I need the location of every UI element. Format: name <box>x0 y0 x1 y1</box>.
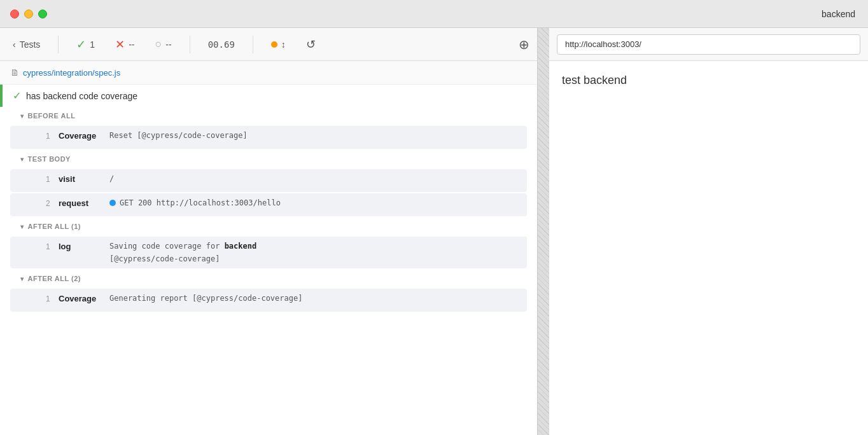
minimize-button[interactable] <box>24 10 33 18</box>
toolbar-right: ⊕ <box>519 37 529 52</box>
time-display: 00.69 <box>203 39 240 50</box>
cmd-detail-coverage-2: Generating report [@cypress/code-coverag… <box>109 294 302 303</box>
status-indicator: ↕ <box>266 37 291 52</box>
right-panel: http://localhost:3003/ test backend <box>549 28 868 435</box>
file-icon: 🗎 <box>10 67 19 78</box>
spec-file-link[interactable]: cypress/integration/spec.js <box>23 68 120 78</box>
reload-button[interactable]: ↺ <box>301 35 321 54</box>
command-row-body-1: 1 visit / <box>10 169 527 192</box>
after-all-2-label: AFTER ALL (2) <box>28 275 81 282</box>
after-all-1-header[interactable]: ▾ AFTER ALL (1) <box>0 218 537 235</box>
url-display: http://localhost:3003/ <box>565 39 641 49</box>
pending-count: -- <box>165 39 171 50</box>
spec-breadcrumb: 🗎 cypress/integration/spec.js <box>0 61 537 85</box>
arrow-down-icon: ▾ <box>20 113 24 120</box>
cmd-name-coverage-2: Coverage <box>59 294 109 303</box>
cmd-num: 1 <box>46 131 59 141</box>
status-dot <box>271 41 277 48</box>
main-container: ‹ Tests ✓ 1 ✕ -- ○ -- 00.69 ↕ ↺ <box>0 28 868 435</box>
fail-count-button[interactable]: ✕ -- <box>110 35 139 54</box>
close-button[interactable] <box>10 10 19 18</box>
scrollbar-divider <box>538 28 549 435</box>
command-row-before-1: 1 Coverage Reset [@cypress/code-coverage… <box>10 126 527 149</box>
pass-count: 1 <box>90 39 95 50</box>
command-row-after1-1: 1 log Saving code coverage for backend [… <box>10 237 527 268</box>
arrow-down-icon-3: ▾ <box>20 223 24 230</box>
cmd-detail-request: GET 200 http://localhost:3003/hello <box>109 198 281 207</box>
separator-3 <box>253 36 253 53</box>
before-all-header[interactable]: ▾ BEFORE ALL <box>0 107 537 125</box>
separator-2 <box>190 36 190 53</box>
test-body-label: TEST BODY <box>28 155 71 163</box>
after-all-2-header[interactable]: ▾ AFTER ALL (2) <box>0 270 537 287</box>
address-bar-container: http://localhost:3003/ <box>549 28 868 61</box>
pending-count-button[interactable]: ○ -- <box>150 35 176 53</box>
tests-back-button[interactable]: ‹ Tests <box>8 37 45 52</box>
pass-count-button[interactable]: ✓ 1 <box>71 35 100 54</box>
separator-1 <box>58 36 59 53</box>
suite-title: has backend code coverage <box>26 91 137 101</box>
command-row-after2-1: 1 Coverage Generating report [@cypress/c… <box>10 289 527 312</box>
cmd-num-a2: 1 <box>46 294 59 303</box>
after-all-1-label: AFTER ALL (1) <box>28 223 81 230</box>
cmd-name-log: log <box>59 242 109 251</box>
cmd-detail-log: Saving code coverage for backend [@cypre… <box>109 242 256 263</box>
cmd-num-a1: 1 <box>46 242 59 251</box>
test-content: ✓ has backend code coverage ▾ BEFORE ALL… <box>0 85 537 435</box>
cmd-name-visit: visit <box>59 174 109 184</box>
arrow-down-icon-2: ▾ <box>20 156 24 163</box>
test-body-header[interactable]: ▾ TEST BODY <box>0 150 537 168</box>
command-row-body-2: 2 request GET 200 http://localhost:3003/… <box>10 193 527 216</box>
left-panel: ‹ Tests ✓ 1 ✕ -- ○ -- 00.69 ↕ ↺ <box>0 28 538 435</box>
circle-icon: ○ <box>155 38 162 51</box>
suite-row-container: ✓ has backend code coverage <box>0 85 537 107</box>
toolbar: ‹ Tests ✓ 1 ✕ -- ○ -- 00.69 ↕ ↺ <box>0 28 537 61</box>
cmd-detail-visit: / <box>109 174 114 183</box>
chevron-left-icon: ‹ <box>13 39 16 50</box>
check-icon: ✓ <box>76 38 86 52</box>
cross-icon: ✕ <box>115 38 125 52</box>
fullscreen-button[interactable] <box>38 10 47 18</box>
cmd-num-2: 2 <box>46 198 59 208</box>
before-all-label: BEFORE ALL <box>28 112 76 120</box>
preview-area: test backend <box>549 61 868 435</box>
address-bar[interactable]: http://localhost:3003/ <box>557 34 860 55</box>
target-icon[interactable]: ⊕ <box>519 37 529 52</box>
log-line-2: [@cypress/code-coverage] <box>109 254 220 263</box>
cmd-name-request: request <box>59 198 109 208</box>
arrow-down-icon-4: ▾ <box>20 275 24 282</box>
preview-title: test backend <box>562 74 627 87</box>
window-title: backend <box>822 9 855 19</box>
suite-check-icon: ✓ <box>13 90 21 102</box>
arrow-icon: ↕ <box>281 39 286 50</box>
cmd-name: Coverage <box>59 131 109 141</box>
traffic-lights <box>10 10 47 18</box>
tests-label: Tests <box>20 39 41 50</box>
log-line-1: Saving code coverage for backend <box>109 242 256 251</box>
cmd-detail: Reset [@cypress/code-coverage] <box>109 131 248 140</box>
blue-dot <box>109 200 116 206</box>
suite-row: ✓ has backend code coverage <box>3 85 148 107</box>
fail-count: -- <box>129 39 134 50</box>
title-bar: backend <box>0 0 868 28</box>
cmd-num-1: 1 <box>46 174 59 184</box>
